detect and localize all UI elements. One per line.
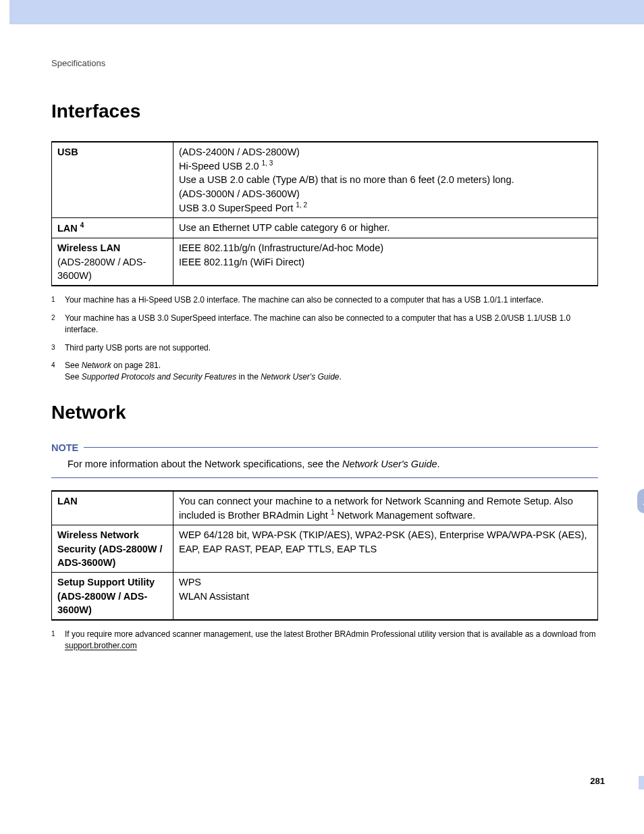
top-border-bar <box>0 0 644 24</box>
interfaces-footnotes: 1 Your machine has a Hi-Speed USB 2.0 in… <box>51 294 598 383</box>
note-label: NOTE <box>51 442 78 453</box>
fn-text: If you require more advanced scanner man… <box>65 629 598 652</box>
row-label-netlan: LAN <box>52 491 173 525</box>
setup-l1: WPS <box>179 577 201 588</box>
row-value-setup: WPS WLAN Assistant <box>173 573 598 620</box>
fn4-e: Supported Protocols and Security Feature… <box>82 372 236 382</box>
lan-sup: 4 <box>80 221 84 229</box>
footnote: 1 If you require more advanced scanner m… <box>51 629 598 652</box>
table-row: Setup Support Utility (ADS-2800W / ADS-3… <box>52 573 598 620</box>
row-label-usb: USB <box>52 142 173 218</box>
network-table: LAN You can connect your machine to a ne… <box>51 490 598 621</box>
footnote: 4 See Network on page 281. See Supported… <box>51 360 598 383</box>
note-body-c: . <box>437 459 440 469</box>
breadcrumb: Specifications <box>51 58 598 68</box>
setup-l2: WLAN Assistant <box>179 591 249 602</box>
wlan-line1: IEEE 802.11b/g/n (Infrastructure/Ad-hoc … <box>179 242 383 253</box>
note-body: For more information about the Network s… <box>51 459 598 469</box>
fn4-a: See <box>65 361 82 370</box>
note-body-b: Network User's Guide <box>342 459 437 469</box>
fn-num: 2 <box>51 313 65 336</box>
page-number-bar: 281 <box>0 776 644 789</box>
fn4-c: on page 281. <box>111 361 161 370</box>
table-row: Wireless LAN (ADS-2800W / ADS-3600W) IEE… <box>52 238 598 286</box>
row-value-security: WEP 64/128 bit, WPA-PSK (TKIP/AES), WPA2… <box>173 525 598 573</box>
table-row: LAN 4 Use an Ethernet UTP cable category… <box>52 218 598 238</box>
row-value-netlan: You can connect your machine to a networ… <box>173 491 598 525</box>
appendix-tab: A <box>637 489 644 513</box>
fn-text: Your machine has a USB 3.0 SuperSpeed in… <box>65 313 598 336</box>
usb-line4: (ADS-3000N / ADS-3600W) <box>179 188 300 199</box>
fn-num: 4 <box>51 360 65 383</box>
row-value-wlan: IEEE 802.11b/g/n (Infrastructure/Ad-hoc … <box>173 238 598 286</box>
row-label-setup: Setup Support Utility (ADS-2800W / ADS-3… <box>52 573 173 620</box>
section-title-interfaces: Interfaces <box>51 101 598 122</box>
table-row: LAN You can connect your machine to a ne… <box>52 491 598 525</box>
fn-text: Your machine has a Hi-Speed USB 2.0 inte… <box>65 294 598 306</box>
page-content: Specifications Interfaces USB (ADS-2400N… <box>0 24 644 679</box>
row-label-lan: LAN 4 <box>52 218 173 238</box>
usb-line1: (ADS-2400N / ADS-2800W) <box>179 147 300 157</box>
note-body-a: For more information about the Network s… <box>68 459 342 469</box>
wlan-label-sub: (ADS-2800W / ADS-3600W) <box>57 257 146 281</box>
fn4-b: Network <box>82 361 111 370</box>
section-title-network: Network <box>51 402 598 423</box>
usb-line5: USB 3.0 SuperSpeed Port <box>179 203 296 213</box>
usb-line3: Use a USB 2.0 cable (Type A/B) that is n… <box>179 174 514 185</box>
interfaces-table: USB (ADS-2400N / ADS-2800W) Hi-Speed USB… <box>51 141 598 286</box>
support-link[interactable]: support.brother.com <box>65 641 137 650</box>
page-number: 281 <box>590 776 605 786</box>
footnote: 2 Your machine has a USB 3.0 SuperSpeed … <box>51 313 598 336</box>
row-label-wlan: Wireless LAN (ADS-2800W / ADS-3600W) <box>52 238 173 286</box>
row-label-security: Wireless Network Security (ADS-2800W / A… <box>52 525 173 573</box>
fn-num: 1 <box>51 629 65 652</box>
wlan-line2: IEEE 802.11g/n (WiFi Direct) <box>179 257 304 267</box>
note-end-rule <box>51 477 598 478</box>
usb-line2: Hi-Speed USB 2.0 <box>179 161 262 172</box>
row-value-lan: Use an Ethernet UTP cable category 6 or … <box>173 218 598 238</box>
netlan-c: Network Management software. <box>334 510 475 521</box>
table-row: USB (ADS-2400N / ADS-2800W) Hi-Speed USB… <box>52 142 598 218</box>
fn4-h: . <box>340 372 342 382</box>
netfn-a: If you require more advanced scanner man… <box>65 629 595 639</box>
fn-num: 3 <box>51 342 65 354</box>
lan-label-text: LAN <box>57 223 80 234</box>
fn-num: 1 <box>51 294 65 306</box>
note-rule <box>84 447 598 448</box>
usb-sup2: 1, 2 <box>296 201 307 209</box>
footnote: 3 Third party USB ports are not supporte… <box>51 342 598 354</box>
row-value-usb: (ADS-2400N / ADS-2800W) Hi-Speed USB 2.0… <box>173 142 598 218</box>
fn-text: See Network on page 281. See Supported P… <box>65 360 598 383</box>
footnote: 1 Your machine has a Hi-Speed USB 2.0 in… <box>51 294 598 306</box>
usb-sup1: 1, 3 <box>262 159 273 167</box>
table-row: Wireless Network Security (ADS-2800W / A… <box>52 525 598 573</box>
fn4-d: See <box>65 372 82 382</box>
wlan-label-main: Wireless LAN <box>57 242 120 253</box>
fn4-f: in the <box>236 372 261 382</box>
fn4-g: Network User's Guide <box>261 372 339 382</box>
network-footnotes: 1 If you require more advanced scanner m… <box>51 629 598 652</box>
fn-text: Third party USB ports are not supported. <box>65 342 598 354</box>
note-block: NOTE For more information about the Netw… <box>51 442 598 478</box>
